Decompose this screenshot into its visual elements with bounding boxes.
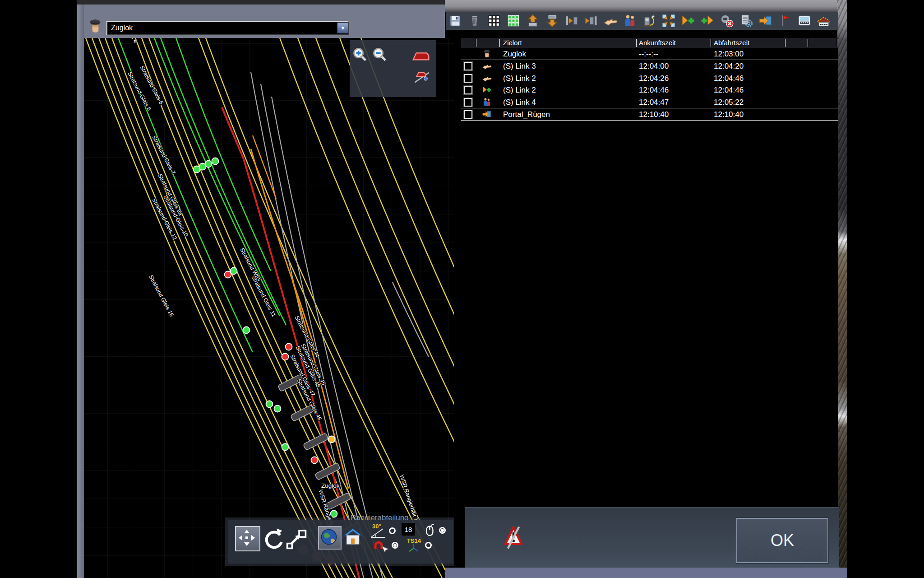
depot-button[interactable] <box>816 13 832 28</box>
grid-icon <box>487 14 501 28</box>
remove-consist-icon <box>720 14 734 28</box>
zoom-in-icon[interactable] <box>352 47 368 62</box>
signal-dot-green[interactable] <box>282 444 289 451</box>
row-checkbox[interactable] <box>464 86 472 94</box>
portal-icon <box>758 14 773 28</box>
ruler-label: TS14 <box>407 537 421 544</box>
row-checkbox[interactable] <box>464 62 472 70</box>
snap-magnet-icon <box>371 538 391 553</box>
grid-button[interactable] <box>486 13 502 28</box>
chevron-down-icon[interactable]: ▼ <box>337 23 348 33</box>
ruler-radio[interactable] <box>425 542 432 549</box>
signal-dot-green[interactable] <box>243 327 250 334</box>
save-button[interactable] <box>448 13 463 28</box>
world-view-button[interactable] <box>318 526 342 550</box>
gradient-radio[interactable] <box>389 527 396 534</box>
scenario-editor-window: Zuglok ▼ <box>0 0 924 578</box>
ankunftszeit-cell: 12:10:40 <box>639 108 669 121</box>
insert-after-button[interactable] <box>564 13 579 28</box>
zielort-cell: (S) Link 2 <box>503 84 536 96</box>
globe-icon <box>319 527 339 547</box>
loco-label: Zuglok <box>321 482 340 489</box>
add-wagon-front-icon <box>482 85 492 95</box>
service-properties-button[interactable] <box>739 13 754 28</box>
add-wagon-front-button[interactable] <box>680 13 696 28</box>
table-row[interactable]: (S) Link 212:04:4612:04:46 <box>461 84 838 96</box>
abfahrtszeit-cell: 12:10:40 <box>714 108 744 121</box>
signal-dot-green[interactable] <box>231 268 237 275</box>
home-view-button[interactable] <box>342 527 363 547</box>
move-arrows-icon <box>236 527 258 549</box>
col-zielort: Zielort <box>503 39 522 47</box>
abfahrtszeit-cell: 12:04:20 <box>714 60 744 72</box>
main-toolbar <box>446 12 838 30</box>
track-map-canvas: Stralsund Gleis 4Stralsund Gleis 5Strals… <box>84 38 454 578</box>
drive-hand-button[interactable] <box>603 13 618 28</box>
portal-icon <box>482 109 492 119</box>
fuel-icon <box>642 14 656 28</box>
passengers-button[interactable] <box>622 13 638 28</box>
drive-hand-icon <box>482 73 492 83</box>
warning-icon <box>503 525 524 550</box>
consist-panel-button[interactable] <box>797 13 812 28</box>
table-row[interactable]: (S) Link 312:04:0012:04:20 <box>461 60 838 72</box>
signal-dot-green[interactable] <box>274 406 281 412</box>
fuel-button[interactable] <box>642 13 657 28</box>
free-roam-tool-button[interactable] <box>286 528 307 550</box>
remove-consist-button[interactable] <box>719 13 735 28</box>
track-map[interactable]: Stralsund Gleis 4Stralsund Gleis 5Strals… <box>84 38 454 578</box>
table-row[interactable]: Portal_Rügen12:10:4012:10:40 <box>461 108 838 121</box>
passengers-icon <box>482 97 492 107</box>
ankunftszeit-cell: 12:04:26 <box>639 72 669 84</box>
magnet-radio[interactable] <box>392 542 398 549</box>
vehicle-marker-icon[interactable] <box>412 48 430 62</box>
table-row[interactable]: (S) Link 212:04:2612:04:46 <box>461 72 838 84</box>
load-up-button[interactable] <box>525 13 541 28</box>
zielort-cell: (S) Link 3 <box>503 60 536 72</box>
expand-button[interactable] <box>661 13 676 28</box>
signal-dot-green[interactable] <box>212 158 219 165</box>
map-overlay-panel <box>350 40 436 97</box>
add-wagon-back-button[interactable] <box>700 13 715 28</box>
zoom-out-icon[interactable] <box>372 47 388 62</box>
world-backdrop-top-left <box>77 0 445 5</box>
rotate-tool-button[interactable] <box>262 527 284 549</box>
delete-button[interactable] <box>467 13 482 28</box>
signal-dot-yellow[interactable] <box>328 436 335 443</box>
flag-button[interactable] <box>777 13 793 28</box>
expand-icon <box>661 14 676 28</box>
portal-button[interactable] <box>758 13 773 28</box>
timetable-header: Zielort Ankunftszeit Abfahrtszeit <box>461 38 838 48</box>
insert-before-button[interactable] <box>583 13 599 28</box>
mouse-snap-radio[interactable] <box>439 527 446 534</box>
col-abfahrtszeit: Abfahrtszeit <box>714 39 749 47</box>
signal-dot-green[interactable] <box>205 161 212 168</box>
service-dropdown[interactable]: Zuglok ▼ <box>106 21 349 35</box>
pan-tool-button[interactable] <box>235 526 260 551</box>
row-checkbox[interactable] <box>464 74 472 83</box>
zielort-cell: Portal_Rügen <box>503 108 550 121</box>
signal-dot-red[interactable] <box>286 344 292 350</box>
add-wagon-back-icon <box>700 14 715 28</box>
ankunftszeit-cell: 12:04:46 <box>639 84 669 96</box>
signal-dot-red[interactable] <box>311 457 318 464</box>
col-ankunftszeit: Ankunftszeit <box>639 39 676 47</box>
drive-hand-icon <box>482 61 492 71</box>
confirmation-panel: OK <box>465 507 839 568</box>
gradient-icon <box>370 527 388 539</box>
passengers-icon <box>623 14 637 28</box>
signal-dot-green[interactable] <box>266 401 273 408</box>
load-down-button[interactable] <box>545 13 560 28</box>
signal-dot-red[interactable] <box>282 354 289 360</box>
grid-green-button[interactable] <box>506 13 521 28</box>
ok-button[interactable]: OK <box>736 518 828 563</box>
map-nav-toolbar: 30° 18 TS14 <box>228 520 453 564</box>
save-icon <box>448 14 462 28</box>
table-row[interactable]: (S) Link 412:04:4712:05:22 <box>461 96 838 108</box>
row-checkbox[interactable] <box>464 110 472 119</box>
table-row[interactable]: Zuglok--:--:--12:03:00 <box>461 48 838 60</box>
delete-icon <box>467 14 482 28</box>
row-checkbox[interactable] <box>464 98 472 107</box>
zielort-cell: (S) Link 2 <box>503 72 536 84</box>
track-marker-icon[interactable] <box>414 68 430 84</box>
